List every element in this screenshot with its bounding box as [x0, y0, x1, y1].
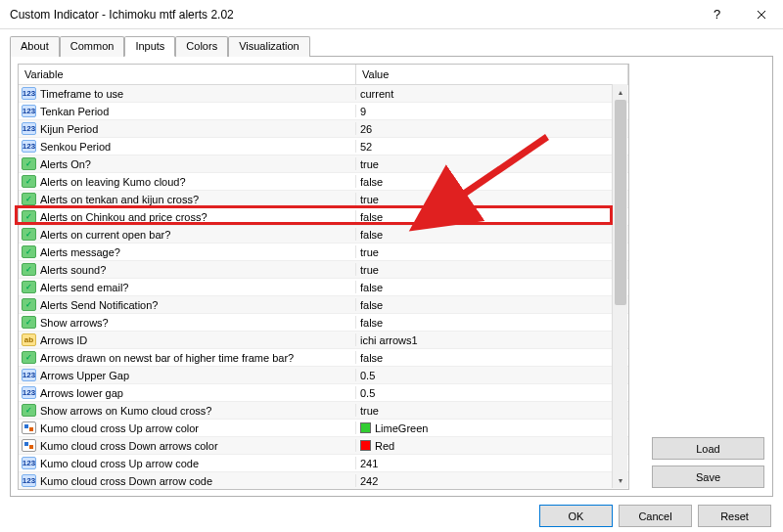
tab-common[interactable]: Common	[60, 36, 125, 57]
table-row[interactable]: 123Kijun Period26	[19, 120, 628, 138]
cell-value[interactable]: ichi arrows1	[356, 334, 628, 346]
table-row[interactable]: ✓Alerts on leaving Kumo cloud?false	[19, 173, 628, 191]
cell-value[interactable]: 52	[356, 141, 628, 153]
table-row[interactable]: 123Timeframe to usecurrent	[19, 85, 628, 103]
variable-label: Alerts sound?	[40, 264, 106, 276]
tab-about[interactable]: About	[10, 36, 60, 57]
reset-button[interactable]: Reset	[698, 505, 771, 527]
cell-variable: 123Kumo cloud cross Up arrow code	[19, 457, 356, 469]
bool-type-icon: ✓	[22, 316, 36, 329]
num-type-icon: 123	[22, 474, 36, 487]
ok-button[interactable]: OK	[539, 505, 613, 527]
cell-value[interactable]: false	[356, 229, 628, 241]
close-button[interactable]	[739, 0, 783, 29]
value-label: true	[360, 405, 379, 417]
value-label: false	[360, 299, 383, 311]
cell-value[interactable]: true	[356, 194, 628, 205]
num-type-icon: 123	[22, 386, 36, 399]
table-row[interactable]: ✓Alerts on Chinkou and price cross?false	[19, 208, 628, 226]
table-row[interactable]: 123Arrows lower gap0.5	[19, 384, 628, 402]
cell-value[interactable]: 0.5	[356, 387, 628, 399]
num-type-icon: 123	[22, 87, 36, 100]
cell-value[interactable]: Red	[356, 440, 628, 452]
cell-value[interactable]: false	[356, 352, 628, 364]
clr-type-icon	[22, 421, 36, 434]
tab-panel-inputs: Variable Value 123Timeframe to usecurren…	[10, 57, 773, 497]
table-row[interactable]: ✓Show arrows on Kumo cloud cross?true	[19, 402, 628, 420]
tab-visualization[interactable]: Visualization	[228, 36, 310, 57]
str-type-icon: ab	[22, 333, 36, 346]
table-row[interactable]: Kumo cloud cross Down arrows colorRed	[19, 437, 628, 455]
scroll-thumb[interactable]	[615, 100, 626, 305]
cell-value[interactable]: false	[356, 282, 628, 293]
cell-variable: ✓Arrows drawn on newst bar of higher tim…	[19, 351, 356, 364]
cell-value[interactable]: true	[356, 158, 628, 170]
vertical-scrollbar[interactable]: ▴ ▾	[612, 84, 627, 488]
save-button[interactable]: Save	[652, 466, 764, 488]
table-row[interactable]: ✓Alerts Send Notification?false	[19, 296, 628, 314]
table-row[interactable]: ✓Arrows drawn on newst bar of higher tim…	[19, 349, 628, 367]
table-row[interactable]: 123Senkou Period52	[19, 138, 628, 155]
variable-label: Alerts on tenkan and kijun cross?	[40, 194, 199, 205]
cell-value[interactable]: 241	[356, 458, 628, 469]
column-header-value[interactable]: Value	[356, 65, 628, 84]
variable-label: Show arrows on Kumo cloud cross?	[40, 405, 211, 417]
table-row[interactable]: 123Tenkan Period9	[19, 103, 628, 120]
table-row[interactable]: 123Arrows Upper Gap0.5	[19, 367, 628, 384]
value-label: 0.5	[360, 387, 375, 399]
table-row[interactable]: ✓Alerts sound?true	[19, 261, 628, 279]
table-row[interactable]: ✓Alerts On?true	[19, 155, 628, 173]
value-label: 0.5	[360, 370, 375, 381]
cell-variable: ✓Show arrows?	[19, 316, 356, 329]
table-row[interactable]: 123Kumo cloud cross Up arrow code241	[19, 455, 628, 472]
cell-variable: 123Timeframe to use	[19, 87, 356, 100]
cell-value[interactable]: current	[356, 88, 628, 100]
cell-value[interactable]: false	[356, 211, 628, 223]
table-row[interactable]: abArrows IDichi arrows1	[19, 332, 628, 349]
cell-value[interactable]: false	[356, 299, 628, 311]
cell-value[interactable]: 26	[356, 123, 628, 135]
scroll-up-icon[interactable]: ▴	[613, 84, 628, 100]
table-row[interactable]: ✓Alerts send email?false	[19, 279, 628, 296]
cell-variable: Kumo cloud cross Down arrows color	[19, 439, 356, 452]
table-row[interactable]: ✓Alerts on current open bar?false	[19, 226, 628, 244]
value-label: true	[360, 264, 379, 276]
cell-value[interactable]: 242	[356, 475, 628, 487]
cell-variable: ✓Alerts sound?	[19, 263, 356, 276]
bool-type-icon: ✓	[22, 175, 36, 188]
column-header-variable[interactable]: Variable	[19, 65, 356, 84]
cell-variable: ✓Alerts on leaving Kumo cloud?	[19, 175, 356, 188]
cell-value[interactable]: 9	[356, 106, 628, 117]
variable-label: Show arrows?	[40, 317, 109, 329]
cell-variable: abArrows ID	[19, 333, 356, 346]
table-row[interactable]: Kumo cloud cross Up arrow colorLimeGreen	[19, 420, 628, 437]
tab-inputs[interactable]: Inputs	[124, 36, 175, 57]
help-button[interactable]: ?	[695, 0, 739, 29]
cell-value[interactable]: true	[356, 264, 628, 276]
cell-variable: ✓Alerts message?	[19, 245, 356, 258]
bool-type-icon: ✓	[22, 281, 36, 293]
value-label: false	[360, 352, 383, 364]
load-button[interactable]: Load	[652, 437, 764, 460]
titlebar: Custom Indicator - Ichimoku mtf alerts 2…	[0, 0, 783, 29]
cell-value[interactable]: true	[356, 405, 628, 417]
table-row[interactable]: ✓Alerts on tenkan and kijun cross?true	[19, 191, 628, 208]
cell-value[interactable]: 0.5	[356, 370, 628, 381]
cell-value[interactable]: false	[356, 176, 628, 188]
cancel-button[interactable]: Cancel	[619, 505, 692, 527]
variable-label: Arrows ID	[40, 334, 87, 346]
cell-variable: 123Arrows Upper Gap	[19, 369, 356, 381]
cell-value[interactable]: false	[356, 317, 628, 329]
bool-type-icon: ✓	[22, 228, 36, 241]
cell-value[interactable]: true	[356, 246, 628, 258]
table-row[interactable]: ✓Alerts message?true	[19, 244, 628, 261]
table-row[interactable]: ✓Show arrows?false	[19, 314, 628, 332]
value-label: false	[360, 211, 383, 223]
scroll-down-icon[interactable]: ▾	[613, 472, 628, 488]
num-type-icon: 123	[22, 369, 36, 381]
tab-colors[interactable]: Colors	[175, 36, 228, 57]
variable-label: Alerts send email?	[40, 282, 129, 293]
num-type-icon: 123	[22, 122, 36, 135]
table-row[interactable]: 123Kumo cloud cross Down arrow code242	[19, 472, 628, 489]
cell-value[interactable]: LimeGreen	[356, 422, 628, 434]
